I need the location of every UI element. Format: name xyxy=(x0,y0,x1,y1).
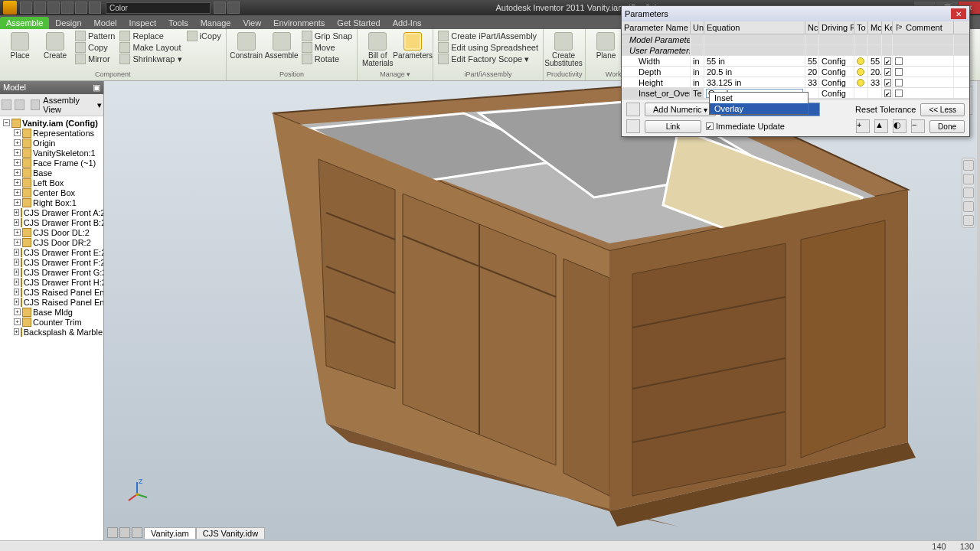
doc-tab-vanity[interactable]: Vanity.iam xyxy=(144,527,196,539)
edit-factory-button[interactable]: Edit Factory Scope ▾ xyxy=(436,54,540,64)
param-row-height[interactable]: Heightin33.125 in33Config33 xyxy=(622,77,969,88)
rotate-button[interactable]: Rotate xyxy=(300,54,354,64)
filter-icon[interactable] xyxy=(2,99,11,110)
substitutes-button[interactable]: Create Substitutes xyxy=(547,31,580,67)
tol-tri-icon[interactable]: ▲ xyxy=(874,119,888,133)
qat-btn[interactable] xyxy=(227,2,240,14)
replace-button[interactable]: Replace xyxy=(118,31,183,41)
edit-spreadsheet-button[interactable]: Edit using Spreadsheet xyxy=(436,42,540,53)
view-icon[interactable] xyxy=(31,99,41,110)
tree-item[interactable]: +VanitySkeleton:1 xyxy=(0,148,103,158)
tab-icon[interactable] xyxy=(119,527,130,538)
constrain-button[interactable]: Constrain xyxy=(230,31,263,60)
immediate-update-checkbox[interactable]: Immediate Update xyxy=(706,122,785,131)
tree-item[interactable]: +CJS Drawer Front E:2 xyxy=(0,247,103,257)
app-logo[interactable] xyxy=(3,1,17,15)
tree-item[interactable]: +CJS Raised Panel End Left xyxy=(0,287,103,297)
dialog-close-button[interactable]: ✕ xyxy=(951,8,966,19)
filter-icon[interactable] xyxy=(626,103,640,116)
qat-btn[interactable] xyxy=(214,2,226,14)
tree-item[interactable]: +CJS Door DR:2 xyxy=(0,237,103,247)
qat-btn[interactable] xyxy=(89,2,101,14)
tree-item[interactable]: +CJS Raised Panel End Right xyxy=(0,297,103,307)
tab-assemble[interactable]: Assemble xyxy=(0,17,49,29)
tree-item[interactable]: +Origin xyxy=(0,138,103,148)
done-button[interactable]: Done xyxy=(929,120,965,133)
tree-item[interactable]: +CJS Drawer Front A:2 xyxy=(0,207,103,217)
tree-item[interactable]: +Base xyxy=(0,168,103,178)
mirror-button[interactable]: Mirror xyxy=(74,54,116,64)
tab-environments[interactable]: Environments xyxy=(267,17,331,29)
qat-btn[interactable] xyxy=(75,2,87,14)
tab-inspect[interactable]: Inspect xyxy=(123,17,162,29)
tol-plus-icon[interactable]: + xyxy=(856,119,870,133)
tree-item[interactable]: +Center Box xyxy=(0,187,103,197)
tab-getstarted[interactable]: Get Started xyxy=(331,17,386,29)
tol-circle-icon[interactable]: ◐ xyxy=(893,119,906,133)
tree-item[interactable]: +Backsplash & Marble xyxy=(0,327,103,337)
tab-icon[interactable] xyxy=(132,527,142,538)
shrinkwrap-button[interactable]: Shrinkwrap ▾ xyxy=(118,54,183,64)
tab-addins[interactable]: Add-Ins xyxy=(387,17,428,29)
tab-icon[interactable] xyxy=(107,527,118,538)
create-button[interactable]: Create xyxy=(38,31,72,60)
parameters-button[interactable]: Parameters xyxy=(396,31,430,60)
tree-item[interactable]: +CJS Door DL:2 xyxy=(0,227,103,237)
model-tree[interactable]: −Vanity.iam (Config)+Representations+Ori… xyxy=(0,116,103,540)
tree-item[interactable]: +Face Frame (~1) xyxy=(0,158,103,168)
tree-item[interactable]: +Representations xyxy=(0,128,103,138)
link-icon[interactable] xyxy=(626,119,640,133)
nav-orbit-icon[interactable] xyxy=(963,201,974,212)
qat-btn[interactable] xyxy=(61,2,74,14)
pattern-button[interactable]: Pattern xyxy=(74,31,116,41)
filter2-icon[interactable] xyxy=(15,99,24,110)
link-button[interactable]: Link xyxy=(645,120,701,133)
overlay-dropdown-list[interactable]: Inset Overlay xyxy=(709,92,808,115)
tree-item[interactable]: +CJS Drawer Front H:2 xyxy=(0,277,103,287)
tree-item[interactable]: +Right Box:1 xyxy=(0,197,103,207)
qat-btn[interactable] xyxy=(47,2,60,14)
move-button[interactable]: Move xyxy=(300,42,354,53)
param-row-width[interactable]: Widthin55 in55Config55 xyxy=(622,56,969,67)
copy-button[interactable]: Copy xyxy=(74,42,116,53)
doc-tab-drawing[interactable]: CJS Vanity.idw xyxy=(196,527,265,539)
tab-design[interactable]: Design xyxy=(49,17,87,29)
assemble-button[interactable]: Assemble xyxy=(265,31,299,60)
tree-item[interactable]: +Base Mldg xyxy=(0,307,103,317)
tab-view[interactable]: View xyxy=(237,17,267,29)
makelayout-button[interactable]: Make Layout xyxy=(118,42,183,53)
add-numeric-button[interactable]: Add Numeric ▾ xyxy=(645,103,716,116)
tol-minus-icon[interactable]: − xyxy=(911,119,925,133)
3d-viewport[interactable]: z Vanity.iam CJS Vanity.idw xyxy=(104,81,977,540)
nav-lookat-icon[interactable] xyxy=(963,215,974,226)
plane-button[interactable]: Plane xyxy=(589,31,622,60)
tree-item[interactable]: +CJS Drawer Front G:2 xyxy=(0,267,103,277)
appearance-selector[interactable] xyxy=(106,2,211,14)
tree-item[interactable]: +CJS Drawer Front F:2 xyxy=(0,257,103,267)
view-selector[interactable]: Assembly View xyxy=(43,96,94,114)
icopy-button[interactable]: iCopy xyxy=(185,31,223,41)
svg-marker-7 xyxy=(318,159,395,389)
param-row-depth[interactable]: Depthin20.5 in20Config20... xyxy=(622,67,969,77)
create-ipart-button[interactable]: Create iPart/iAssembly xyxy=(436,31,540,41)
tree-item[interactable]: +Counter Trim xyxy=(0,317,103,327)
place-button[interactable]: Place xyxy=(3,31,37,60)
tab-model[interactable]: Model xyxy=(88,17,123,29)
qat-btn[interactable] xyxy=(20,2,32,14)
tab-tools[interactable]: Tools xyxy=(162,17,194,29)
qat-btn[interactable] xyxy=(34,2,46,14)
panel-collapse-icon[interactable]: ▣ xyxy=(93,83,100,93)
tree-item[interactable]: +Left Box xyxy=(0,178,103,187)
dropdown-option-inset[interactable]: Inset xyxy=(710,93,808,103)
tab-manage[interactable]: Manage xyxy=(194,17,237,29)
bom-button[interactable]: Bill of Materials xyxy=(361,31,394,67)
nav-zoom-icon[interactable] xyxy=(963,187,974,198)
dropdown-option-overlay[interactable]: Overlay xyxy=(710,103,808,114)
nav-home-icon[interactable] xyxy=(963,160,974,171)
less-button[interactable]: << Less xyxy=(920,103,965,116)
quick-access-toolbar[interactable] xyxy=(20,2,101,14)
gripsnap-button[interactable]: Grip Snap xyxy=(300,31,354,41)
tree-item[interactable]: +CJS Drawer Front B:2 xyxy=(0,217,103,227)
nav-pan-icon[interactable] xyxy=(963,174,974,184)
parameter-grid[interactable]: Model Parameters User Parameters Widthin… xyxy=(622,34,969,99)
